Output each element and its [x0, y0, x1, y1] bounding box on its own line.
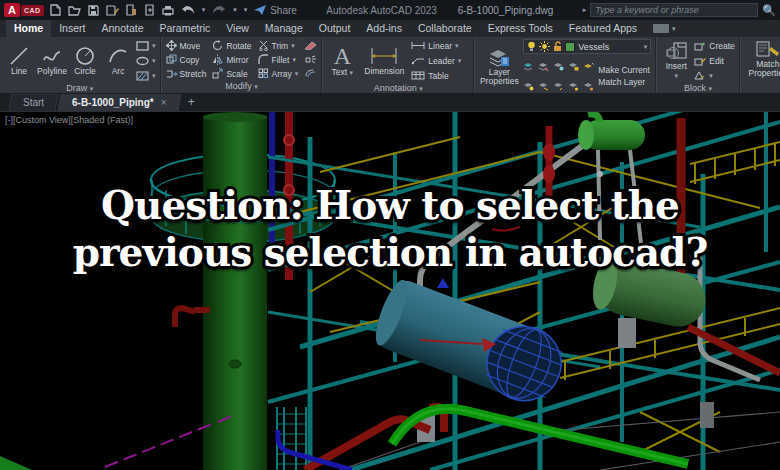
make-current-button[interactable]: Make Current — [598, 65, 650, 75]
copy-tool[interactable]: Copy — [166, 53, 207, 66]
plot-icon[interactable] — [162, 5, 174, 16]
block-attributes-tool[interactable]: ▾ — [694, 69, 735, 82]
share-button[interactable]: Share — [254, 5, 297, 16]
polyline-tool[interactable]: Polyline — [37, 46, 67, 76]
tab-output[interactable]: Output — [311, 20, 359, 37]
layer-lock-icon[interactable] — [568, 57, 579, 75]
ellipse-tool[interactable]: ▾ — [136, 54, 156, 67]
hatch-tool[interactable]: ▾ — [136, 69, 156, 82]
hatch-icon — [136, 71, 149, 81]
undo-icon[interactable] — [181, 5, 195, 15]
make-current-icon[interactable] — [583, 57, 594, 75]
app-title: Autodesk AutoCAD 2023 — [326, 5, 437, 16]
properties-panel-label[interactable]: Properties ▾ — [743, 81, 780, 93]
tab-view[interactable]: View — [218, 20, 257, 37]
ribbon: Line Polyline Circle Arc ▾ ▾ ▾ — [0, 37, 780, 93]
edit-block-icon — [694, 56, 706, 66]
explode-icon — [304, 55, 317, 64]
match-layer-button[interactable]: Match Layer — [598, 77, 650, 87]
save-to-mobile-icon[interactable] — [144, 4, 155, 16]
leader-tool[interactable]: Leader ▾ — [411, 54, 461, 67]
current-layer-name: Vessels — [578, 42, 640, 52]
insert-block-tool[interactable]: Insert▾ — [661, 42, 691, 80]
rectangle-tool[interactable]: ▾ — [136, 39, 156, 52]
table-icon — [411, 71, 425, 80]
tab-insert[interactable]: Insert — [51, 20, 93, 37]
logo-a-icon: A — [4, 3, 20, 17]
edit-block-tool[interactable]: Edit — [694, 54, 735, 67]
dimension-icon — [369, 46, 399, 66]
ribbon-display-toggle[interactable]: ▾ — [645, 20, 684, 37]
qat-customize-icon[interactable]: ▾ — [244, 6, 248, 14]
array-tool[interactable]: Array▾ — [258, 67, 299, 80]
move-tool[interactable]: Move — [166, 39, 207, 52]
panel-annotation: A Text ▾ Dimension Linear ▾ Leader ▾ Tab… — [323, 37, 473, 93]
autocad-window: A CAD ▾ ▾ ▾ Share Autodesk AutoCAD 2023 … — [0, 0, 780, 470]
linear-dimension-tool[interactable]: Linear ▾ — [411, 39, 461, 52]
erase-tool[interactable] — [304, 39, 317, 52]
open-from-mobile-icon[interactable] — [126, 4, 137, 16]
redo-icon[interactable] — [212, 5, 226, 15]
search-expand-icon[interactable]: ▸ — [583, 6, 587, 14]
new-file-icon[interactable] — [50, 4, 61, 16]
save-as-icon[interactable] — [106, 5, 119, 16]
quick-access-toolbar: ▾ ▾ ▾ Share — [50, 4, 297, 16]
search-icon[interactable]: 🔍 — [762, 4, 776, 17]
mirror-tool[interactable]: Mirror — [212, 53, 251, 66]
layer-unisolate-icon[interactable] — [538, 57, 549, 75]
offset-tool[interactable] — [304, 67, 317, 80]
layer-freeze-icon[interactable] — [553, 57, 564, 75]
trim-icon — [258, 40, 269, 51]
dimension-tool[interactable]: Dimension — [360, 46, 408, 76]
scale-tool[interactable]: Scale — [212, 67, 251, 80]
tab-featured-apps[interactable]: Featured Apps — [561, 20, 645, 37]
search-input[interactable]: Type a keyword or phrase — [590, 3, 758, 17]
text-tool[interactable]: A Text ▾ — [327, 45, 357, 77]
tab-parametric[interactable]: Parametric — [152, 20, 219, 37]
line-tool[interactable]: Line — [4, 46, 34, 76]
layer-properties-tool[interactable]: Layer Properties — [479, 49, 519, 86]
app-logo[interactable]: A CAD — [4, 3, 44, 17]
rotate-icon — [212, 40, 223, 51]
ribbon-toggle-icon — [653, 24, 669, 33]
circle-tool[interactable]: Circle — [70, 46, 100, 76]
file-tab-start[interactable]: Start — [9, 94, 59, 111]
save-icon[interactable] — [88, 5, 99, 16]
explode-tool[interactable] — [304, 53, 317, 66]
rotate-tool[interactable]: Rotate — [212, 39, 251, 52]
match-properties-tool[interactable]: Match Properties — [745, 41, 780, 78]
viewport-controls[interactable]: [-][Custom View][Shaded (Fast)] — [5, 115, 133, 125]
share-plane-icon — [254, 5, 266, 15]
viewport-canvas[interactable] — [0, 112, 780, 470]
linear-icon — [411, 41, 425, 50]
panel-modify: Move Copy Stretch Rotate Mirror Scale Tr… — [162, 37, 322, 93]
tab-annotate[interactable]: Annotate — [93, 20, 151, 37]
redo-dropdown-icon[interactable]: ▾ — [233, 6, 237, 14]
open-file-icon[interactable] — [68, 5, 81, 16]
close-tab-icon[interactable]: × — [161, 97, 167, 108]
create-block-icon — [694, 41, 706, 51]
layer-select-dropdown-icon: ▾ — [644, 43, 648, 51]
file-tab-document[interactable]: 6-B-1000_Piping*× — [58, 94, 182, 111]
drawing-viewport[interactable]: [-][Custom View][Shaded (Fast)] — [0, 112, 780, 470]
layer-isolate-icon[interactable] — [523, 57, 534, 75]
tab-express-tools[interactable]: Express Tools — [480, 20, 561, 37]
fillet-tool[interactable]: Fillet▾ — [258, 53, 299, 66]
tab-manage[interactable]: Manage — [257, 20, 311, 37]
document-title: 6-B-1000_Piping.dwg — [458, 5, 554, 16]
modify-panel-label[interactable]: Modify ▾ — [164, 81, 320, 93]
move-icon — [166, 40, 177, 51]
layer-select[interactable]: Vessels ▾ — [523, 39, 651, 54]
undo-dropdown-icon[interactable]: ▾ — [202, 6, 206, 14]
arc-tool[interactable]: Arc — [103, 46, 133, 76]
share-label: Share — [270, 5, 297, 16]
tab-add-ins[interactable]: Add-ins — [358, 20, 410, 37]
create-block-tool[interactable]: Create — [694, 39, 735, 52]
trim-tool[interactable]: Trim▾ — [258, 39, 299, 52]
tab-home[interactable]: Home — [6, 20, 51, 37]
ellipse-icon — [136, 56, 149, 66]
stretch-tool[interactable]: Stretch — [166, 67, 207, 80]
tab-collaborate[interactable]: Collaborate — [410, 20, 480, 37]
table-tool[interactable]: Table — [411, 69, 461, 82]
new-tab-button[interactable]: + — [182, 95, 201, 111]
